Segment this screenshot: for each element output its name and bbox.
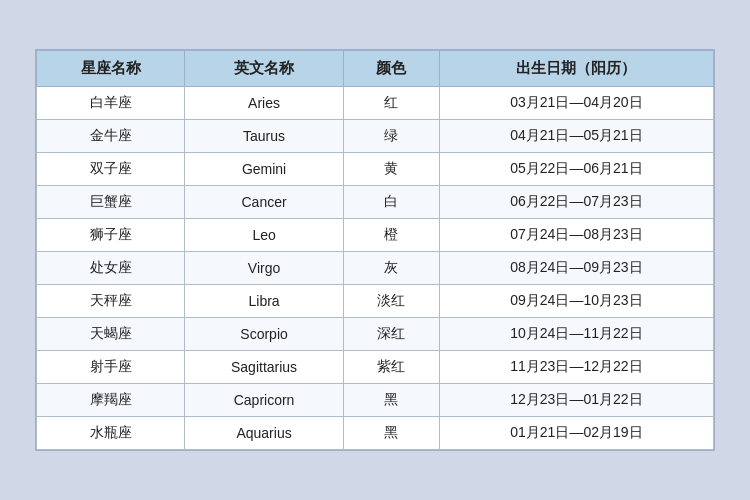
- table-cell-3-3: 06月22日—07月23日: [439, 186, 713, 219]
- table-cell-7-1: Scorpio: [185, 318, 344, 351]
- table-cell-5-3: 08月24日—09月23日: [439, 252, 713, 285]
- table-row: 白羊座Aries红03月21日—04月20日: [37, 87, 714, 120]
- table-cell-10-3: 01月21日—02月19日: [439, 417, 713, 450]
- table-cell-9-1: Capricorn: [185, 384, 344, 417]
- table-row: 双子座Gemini黄05月22日—06月21日: [37, 153, 714, 186]
- table-row: 摩羯座Capricorn黑12月23日—01月22日: [37, 384, 714, 417]
- table-cell-8-0: 射手座: [37, 351, 185, 384]
- table-header-row: 星座名称英文名称颜色出生日期（阳历）: [37, 51, 714, 87]
- table-cell-2-1: Gemini: [185, 153, 344, 186]
- table-cell-1-0: 金牛座: [37, 120, 185, 153]
- table-row: 金牛座Taurus绿04月21日—05月21日: [37, 120, 714, 153]
- table-row: 水瓶座Aquarius黑01月21日—02月19日: [37, 417, 714, 450]
- table-header-col-1: 英文名称: [185, 51, 344, 87]
- table-cell-1-1: Taurus: [185, 120, 344, 153]
- table-row: 处女座Virgo灰08月24日—09月23日: [37, 252, 714, 285]
- table-cell-0-3: 03月21日—04月20日: [439, 87, 713, 120]
- table-cell-8-1: Sagittarius: [185, 351, 344, 384]
- table-cell-3-1: Cancer: [185, 186, 344, 219]
- table-cell-5-0: 处女座: [37, 252, 185, 285]
- table-cell-0-2: 红: [343, 87, 439, 120]
- table-cell-5-1: Virgo: [185, 252, 344, 285]
- table-cell-6-2: 淡红: [343, 285, 439, 318]
- table-row: 天蝎座Scorpio深红10月24日—11月22日: [37, 318, 714, 351]
- table-row: 射手座Sagittarius紫红11月23日—12月22日: [37, 351, 714, 384]
- table-cell-1-3: 04月21日—05月21日: [439, 120, 713, 153]
- table-cell-0-1: Aries: [185, 87, 344, 120]
- table-cell-10-0: 水瓶座: [37, 417, 185, 450]
- table-row: 狮子座Leo橙07月24日—08月23日: [37, 219, 714, 252]
- table-cell-2-3: 05月22日—06月21日: [439, 153, 713, 186]
- table-body: 白羊座Aries红03月21日—04月20日金牛座Taurus绿04月21日—0…: [37, 87, 714, 450]
- table-cell-8-3: 11月23日—12月22日: [439, 351, 713, 384]
- table-cell-4-2: 橙: [343, 219, 439, 252]
- table-cell-7-3: 10月24日—11月22日: [439, 318, 713, 351]
- table-cell-3-2: 白: [343, 186, 439, 219]
- table-cell-0-0: 白羊座: [37, 87, 185, 120]
- table-header-col-0: 星座名称: [37, 51, 185, 87]
- table-row: 天秤座Libra淡红09月24日—10月23日: [37, 285, 714, 318]
- table-cell-7-0: 天蝎座: [37, 318, 185, 351]
- table-cell-2-0: 双子座: [37, 153, 185, 186]
- table-cell-4-1: Leo: [185, 219, 344, 252]
- zodiac-table-container: 星座名称英文名称颜色出生日期（阳历） 白羊座Aries红03月21日—04月20…: [35, 49, 715, 451]
- table-cell-9-2: 黑: [343, 384, 439, 417]
- table-cell-6-0: 天秤座: [37, 285, 185, 318]
- table-cell-10-2: 黑: [343, 417, 439, 450]
- table-header-col-3: 出生日期（阳历）: [439, 51, 713, 87]
- table-cell-7-2: 深红: [343, 318, 439, 351]
- table-cell-10-1: Aquarius: [185, 417, 344, 450]
- table-cell-6-3: 09月24日—10月23日: [439, 285, 713, 318]
- table-cell-9-0: 摩羯座: [37, 384, 185, 417]
- table-header-col-2: 颜色: [343, 51, 439, 87]
- table-cell-4-0: 狮子座: [37, 219, 185, 252]
- zodiac-table: 星座名称英文名称颜色出生日期（阳历） 白羊座Aries红03月21日—04月20…: [36, 50, 714, 450]
- table-cell-9-3: 12月23日—01月22日: [439, 384, 713, 417]
- table-cell-1-2: 绿: [343, 120, 439, 153]
- table-cell-8-2: 紫红: [343, 351, 439, 384]
- table-cell-4-3: 07月24日—08月23日: [439, 219, 713, 252]
- table-cell-3-0: 巨蟹座: [37, 186, 185, 219]
- table-row: 巨蟹座Cancer白06月22日—07月23日: [37, 186, 714, 219]
- table-cell-6-1: Libra: [185, 285, 344, 318]
- table-cell-2-2: 黄: [343, 153, 439, 186]
- table-cell-5-2: 灰: [343, 252, 439, 285]
